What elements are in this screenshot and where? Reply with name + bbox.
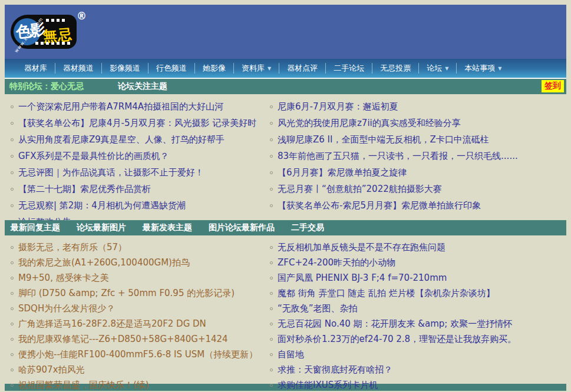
topic-list-item: 83年前他画了五只猫，一只读书，一只看报，一只织毛线...... <box>270 148 566 164</box>
topic-link[interactable]: 【获奖名单公布】尼康4月-5月双月赛：风光摄影 记录美好时 <box>18 118 256 128</box>
topic-link[interactable]: 无忌观察| 第2期：4月相机为何遭遇缺货潮 <box>18 200 186 211</box>
topic-list-item: 自留地 <box>270 347 566 362</box>
nav-item[interactable]: 器材点评 <box>279 63 326 74</box>
topic-link[interactable]: 广角选择适马16-28F2.8还是适马20F2 DG DN <box>18 318 206 329</box>
bullet-icon <box>11 368 14 371</box>
bullet-icon <box>11 122 14 125</box>
nav-item[interactable]: 论坛▼ <box>419 63 457 74</box>
topic-link[interactable]: 【获奖名单公布-索尼5月月赛】索尼微单拍旅行印象 <box>278 200 481 211</box>
topic-link[interactable]: 一个资深索尼用户带着A7RM4A拍摄祖国的大好山河 <box>18 101 223 112</box>
topic-link[interactable]: GFX系列是不是最具性价比的画质机？ <box>18 151 169 161</box>
bullet-icon <box>11 246 14 249</box>
topic-tab[interactable]: 最新发表主题 <box>143 222 192 233</box>
topic-link[interactable]: 摄影无忌，老有所乐（57） <box>18 242 127 253</box>
topic-link[interactable]: SDQH为什么发片很少？ <box>18 303 115 314</box>
topic-link[interactable]: “无敌兔”老图、杂拍 <box>278 303 358 314</box>
bullet-icon <box>270 261 273 264</box>
bullet-icon <box>11 261 14 264</box>
topic-link[interactable]: 无忌评图｜为作品说真话，让摄影不止于爱好！ <box>18 167 204 178</box>
nav-item[interactable]: 影像频道 <box>102 63 148 74</box>
topic-list-item: 无反相机加单反镜头是不是不存在跑焦问题 <box>270 240 566 255</box>
topic-list-item: 求推：天窗彻底封死有啥招？ <box>270 362 566 377</box>
topic-link[interactable]: 【6月月赛】索尼微单拍夏之旋律 <box>278 167 407 178</box>
topic-link[interactable]: 魔都 街角 弄堂口 随走 乱拍 烂片楼【杂机杂片杂谈坊】 <box>278 288 495 298</box>
latest-topics-tabbar: 最新回复主题论坛最新图片最新发表主题图片论坛最新作品二手交易 <box>5 220 566 235</box>
bullet-icon <box>270 307 273 310</box>
topic-tab[interactable]: 论坛最新图片 <box>77 222 126 233</box>
topic-tab[interactable]: 图片论坛最新作品 <box>209 222 275 233</box>
topic-link[interactable]: 无忌百花园 No.40 期：花开朋友来 &amp; 欢聚一堂抒情怀 <box>278 318 512 329</box>
nav-item[interactable]: 器材频道 <box>55 63 102 74</box>
bullet-icon <box>11 277 14 280</box>
topic-link[interactable]: ZFC+24-200昨天拍的小动物 <box>278 257 395 268</box>
topic-link[interactable]: 便携小炮--佳能RF100-400mmF5.6-8 IS USM（持续更新） <box>18 349 258 360</box>
forum-focus-topics-label[interactable]: 论坛关注主题 <box>118 81 167 92</box>
registered-trademark-icon: ® <box>77 10 87 22</box>
latest-topics-left-column: 摄影无忌，老有所乐（57）我的索尼之旅(A1+260G,100400GM)拍鸟M… <box>5 235 264 392</box>
nav-item[interactable]: 无忌投票 <box>372 63 419 74</box>
topic-link[interactable]: 风光党的我使用尼康z7ii的真实感受和经验分享 <box>278 118 461 128</box>
nav-item[interactable]: 本站事项▼ <box>457 63 509 74</box>
topic-link[interactable]: 祝祖国繁荣昌盛，国庆快乐！(续) <box>18 380 149 390</box>
topic-list-item: 无忌评图｜为作品说真话，让摄影不止于爱好！ <box>11 164 264 181</box>
topic-link[interactable]: 【第二十七期】索尼优秀作品赏析 <box>18 184 151 194</box>
topic-link[interactable]: 无反相机加单反镜头是不是不存在跑焦问题 <box>278 242 445 253</box>
latest-topics-right-column: 无反相机加单反镜头是不是不存在跑焦问题ZFC+24-200昨天拍的小动物国产凤凰… <box>264 235 566 392</box>
bullet-icon <box>270 384 273 387</box>
topic-list-item: 便携小炮--佳能RF100-400mmF5.6-8 IS USM（持续更新） <box>11 347 264 362</box>
topic-link[interactable]: 面对秒杀价1.23万的ef24-70 2.8，理智还是让我放弃购买。 <box>278 334 516 344</box>
bullet-icon <box>11 353 14 356</box>
topic-list-item: 风光党的我使用尼康z7ii的真实感受和经验分享 <box>270 115 566 131</box>
topic-link[interactable]: 从实用角度看尼康Z9真是星空、人像、打鸟的好帮手 <box>18 134 225 145</box>
topic-list-item: 浅聊尼康Z6 II，全面型中端无反相机，Z卡口中流砥柱 <box>270 131 566 148</box>
topic-link[interactable]: 自留地 <box>278 349 304 360</box>
bullet-icon <box>11 105 14 108</box>
topic-list-item: 【第二十七期】索尼优秀作品赏析 <box>11 181 264 197</box>
topic-list-item: 魔都 街角 弄堂口 随走 乱拍 烂片楼【杂机杂片杂谈坊】 <box>270 285 566 301</box>
topic-link[interactable]: 我的尼康双修笔记---Z6+D850+58G+840G+1424 <box>18 334 228 344</box>
topic-link[interactable]: 我的索尼之旅(A1+260G,100400GM)拍鸟 <box>18 257 190 268</box>
topic-link[interactable]: 无忌月赛丨“创意航拍”2022航拍摄影大赛 <box>278 184 442 194</box>
special-forum-link[interactable]: 特别论坛：爱心无忌 <box>9 81 84 92</box>
topic-link[interactable]: 哈苏907x拍风光 <box>18 364 85 375</box>
topic-tab[interactable]: 二手交易 <box>291 222 324 233</box>
latest-topics-section: 摄影无忌，老有所乐（57）我的索尼之旅(A1+260G,100400GM)拍鸟M… <box>5 235 566 384</box>
bullet-icon <box>11 204 14 207</box>
topic-list-item: 一个资深索尼用户带着A7RM4A拍摄祖国的大好山河 <box>11 98 264 115</box>
bullet-icon <box>11 155 14 158</box>
topic-link[interactable]: 83年前他画了五只猫，一只读书，一只看报，一只织毛线...... <box>278 151 518 161</box>
bullet-icon <box>11 138 14 141</box>
focus-topics-section: 一个资深索尼用户带着A7RM4A拍摄祖国的大好山河【获奖名单公布】尼康4月-5月… <box>5 94 566 220</box>
chevron-down-icon: ▼ <box>445 66 448 71</box>
topic-link[interactable]: 国产凤凰 PHENIX BJ-3 F;4 f=70-210mm <box>278 273 447 283</box>
topic-list-item: 无忌观察| 第2期：4月相机为何遭遇缺货潮 <box>11 197 264 214</box>
bullet-icon <box>270 122 273 125</box>
topic-link[interactable]: 求购佳能IXUS系列卡片机 <box>278 380 378 390</box>
topic-list-item: 【获奖名单公布】尼康4月-5月双月赛：风光摄影 记录美好时 <box>11 115 264 131</box>
nav-item[interactable]: 器材库 <box>16 63 55 74</box>
signin-button[interactable]: 签到 <box>542 80 564 92</box>
bullet-icon <box>270 155 273 158</box>
topic-list-item: 无忌月赛丨“创意航拍”2022航拍摄影大赛 <box>270 181 566 197</box>
topic-list-item: 我的尼康双修笔记---Z6+D850+58G+840G+1424 <box>11 331 264 347</box>
topic-list-item: 求购佳能IXUS系列卡片机 <box>270 377 566 392</box>
topic-link[interactable]: 尼康6月-7月双月赛：邂逅初夏 <box>278 101 398 112</box>
topic-link[interactable]: 脚印 (D750 &amp; Zfc + 50mm F0.95 的光影记录) <box>18 288 235 298</box>
bullet-icon <box>270 138 273 141</box>
bullet-icon <box>270 323 273 325</box>
nav-item[interactable]: 行色频道 <box>148 63 195 74</box>
site-header: 色影 無忌 www.xitek.com ® <box>5 5 566 59</box>
topic-link[interactable]: M9+50, 感受徕卡之美 <box>18 273 109 283</box>
nav-item[interactable]: 二手论坛 <box>326 63 372 74</box>
topic-tab[interactable]: 最新回复主题 <box>11 222 60 233</box>
topic-list-item: ZFC+24-200昨天拍的小动物 <box>270 255 566 270</box>
bullet-icon <box>11 307 14 310</box>
nav-item[interactable]: 她影像 <box>195 63 234 74</box>
nav-item[interactable]: 资料库▼ <box>234 63 279 74</box>
topic-list-item: 从实用角度看尼康Z9真是星空、人像、打鸟的好帮手 <box>11 131 264 148</box>
topic-link[interactable]: 求推：天窗彻底封死有啥招？ <box>278 364 392 375</box>
bullet-icon <box>11 171 14 174</box>
site-logo[interactable]: 色影 無忌 www.xitek.com ® <box>12 12 94 50</box>
topic-link[interactable]: 浅聊尼康Z6 II，全面型中端无反相机，Z卡口中流砥柱 <box>278 134 489 145</box>
topic-list-item: 【获奖名单公布-索尼5月月赛】索尼微单拍旅行印象 <box>270 197 566 214</box>
